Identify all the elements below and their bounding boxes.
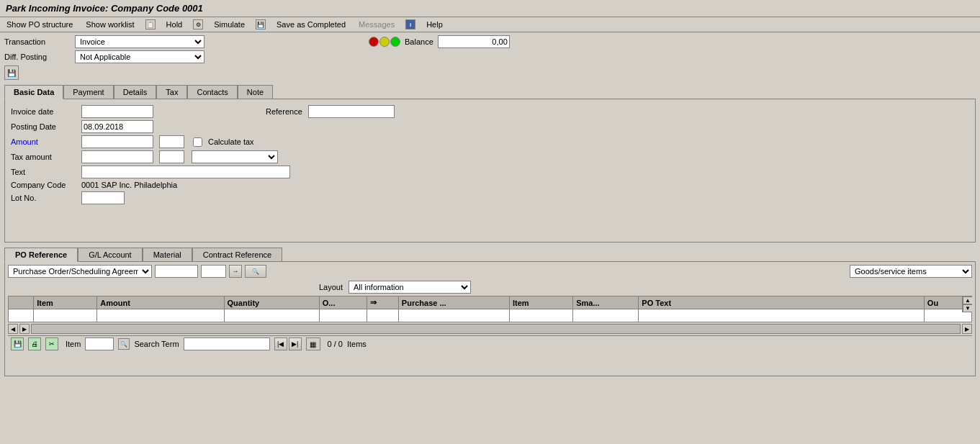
hold-button[interactable]: Hold: [164, 19, 185, 30]
table-row: [9, 309, 972, 322]
tab-payment[interactable]: Payment: [63, 85, 113, 99]
scroll-up-btn[interactable]: ▲: [963, 296, 972, 304]
scroll-down-btn[interactable]: ▼: [963, 304, 972, 312]
po-item-input[interactable]: [201, 265, 226, 278]
posting-date-label: Posting Date: [11, 122, 76, 131]
tab-po-reference[interactable]: PO Reference: [4, 248, 78, 262]
po-type-select[interactable]: Purchase Order/Scheduling Agreement: [8, 265, 152, 278]
top-tabs: Basic Data Payment Details Tax Contacts …: [4, 84, 976, 99]
col-check: [9, 296, 34, 309]
col-item2: Item: [510, 296, 573, 309]
goods-service-select[interactable]: Goods/service items: [850, 265, 972, 278]
col-purchase: Purchase ...: [398, 296, 509, 309]
details-icon: 🔍: [252, 268, 259, 275]
col-arrow: ⇒: [367, 296, 398, 309]
simulate-icon: ⚙: [193, 19, 203, 30]
layout-label: Layout: [319, 283, 343, 291]
traffic-light: [369, 37, 400, 47]
layout-select[interactable]: All information: [349, 281, 471, 294]
tax-amount-label: Tax amount: [11, 153, 76, 161]
scroll-track[interactable]: [31, 324, 961, 334]
po-details-button[interactable]: 🔍: [245, 265, 266, 278]
tab-gl-account[interactable]: G/L Account: [78, 248, 143, 262]
po-grid: Item Amount Quantity O... ⇒ Purchase ...…: [8, 296, 972, 322]
scroll-right-btn[interactable]: ▶: [19, 324, 30, 334]
posting-date-input[interactable]: [81, 120, 153, 133]
status-icon-2[interactable]: 🖨: [28, 337, 41, 350]
cell-potext: [639, 309, 925, 322]
nav-first-btn[interactable]: |◀: [274, 337, 287, 350]
green-light: [390, 37, 400, 47]
show-po-structure-button[interactable]: Show PO structure: [4, 19, 75, 30]
tab-basic-data[interactable]: Basic Data: [4, 85, 63, 99]
search-term-input[interactable]: [184, 337, 270, 350]
horizontal-scrollbar: ◀ ▶ ▶: [8, 324, 972, 334]
scroll-right-end-btn[interactable]: ▶: [962, 324, 972, 334]
tab-contacts[interactable]: Contacts: [187, 85, 237, 99]
red-light: [369, 37, 379, 47]
calculate-tax-checkbox[interactable]: [193, 137, 202, 147]
col-o: O...: [319, 296, 367, 309]
col-quantity: Quantity: [224, 296, 319, 309]
tab-details[interactable]: Details: [114, 85, 157, 99]
invoice-date-label: Invoice date: [11, 107, 76, 116]
status-bar: 💾 🖨 ✂ Item 🔍 Search Term |◀ ▶| ▦ 0 / 0 I…: [8, 335, 972, 352]
transaction-select[interactable]: Invoice: [75, 35, 204, 48]
copy-icon: 📋: [145, 19, 156, 30]
toolbar: Show PO structure Show worklist 📋 Hold ⚙…: [0, 17, 980, 32]
help-button[interactable]: Help: [424, 19, 445, 30]
search-term-label: Search Term: [134, 340, 179, 348]
col-amount: Amount: [97, 296, 224, 309]
cell-o: [319, 309, 367, 322]
reference-input[interactable]: [308, 105, 395, 118]
col-sma: Sma...: [573, 296, 639, 309]
save-layout-icon[interactable]: 💾: [4, 65, 19, 80]
po-number-input[interactable]: [155, 265, 198, 278]
calculate-tax-label: Calculate tax: [208, 137, 254, 146]
tab-note[interactable]: Note: [238, 85, 273, 99]
transaction-label: Transaction: [4, 37, 69, 46]
cell-amount: [97, 309, 224, 322]
item-label: Item: [66, 340, 81, 348]
tab-tax[interactable]: Tax: [156, 85, 187, 99]
save-icon: 💾: [256, 19, 266, 30]
grid-icon[interactable]: ▦: [306, 337, 320, 350]
amount-input[interactable]: [81, 135, 153, 148]
col-potext: PO Text: [639, 296, 925, 309]
cell-check: [9, 309, 34, 322]
item-input[interactable]: [85, 337, 114, 350]
balance-label: Balance: [405, 37, 433, 46]
yellow-light: [379, 37, 390, 47]
bottom-tabs: PO Reference G/L Account Material Contra…: [4, 247, 976, 261]
reference-label: Reference: [266, 107, 302, 116]
cell-item: [34, 309, 97, 322]
tax-dropdown[interactable]: [192, 150, 278, 163]
vertical-scrollbar[interactable]: ▲ ▼: [962, 296, 972, 312]
tax-code-input[interactable]: [159, 150, 184, 163]
text-input[interactable]: [81, 166, 290, 178]
scroll-left-btn[interactable]: ◀: [8, 324, 18, 334]
save-as-completed-button[interactable]: Save as Completed: [274, 19, 348, 30]
show-worklist-button[interactable]: Show worklist: [84, 19, 136, 30]
basic-data-content: Invoice date Reference Posting Date Amou…: [4, 99, 976, 243]
lot-no-label: Lot No.: [11, 194, 76, 202]
diff-posting-label: Diff. Posting: [4, 53, 69, 61]
tab-material[interactable]: Material: [143, 248, 192, 262]
search-icon: 🔍: [118, 338, 130, 350]
simulate-button[interactable]: Simulate: [212, 19, 247, 30]
company-code-value: 0001 SAP Inc. Philadelphia: [81, 181, 177, 189]
currency-input[interactable]: [159, 135, 184, 148]
invoice-date-input[interactable]: [81, 105, 153, 118]
nav-last-btn[interactable]: ▶|: [289, 337, 302, 350]
lot-no-input[interactable]: [81, 191, 125, 204]
messages-button[interactable]: Messages: [356, 19, 397, 30]
po-search-button[interactable]: →: [229, 265, 242, 278]
status-icon-3[interactable]: ✂: [45, 337, 58, 350]
cell-quantity: [224, 309, 319, 322]
nav-icons: |◀ ▶|: [274, 337, 302, 350]
items-suffix: Items: [347, 340, 367, 348]
diff-posting-select[interactable]: Not Applicable: [75, 50, 204, 63]
tab-contract-reference[interactable]: Contract Reference: [192, 248, 282, 262]
tax-amount-input[interactable]: [81, 150, 153, 163]
status-icon-1[interactable]: 💾: [11, 337, 24, 350]
